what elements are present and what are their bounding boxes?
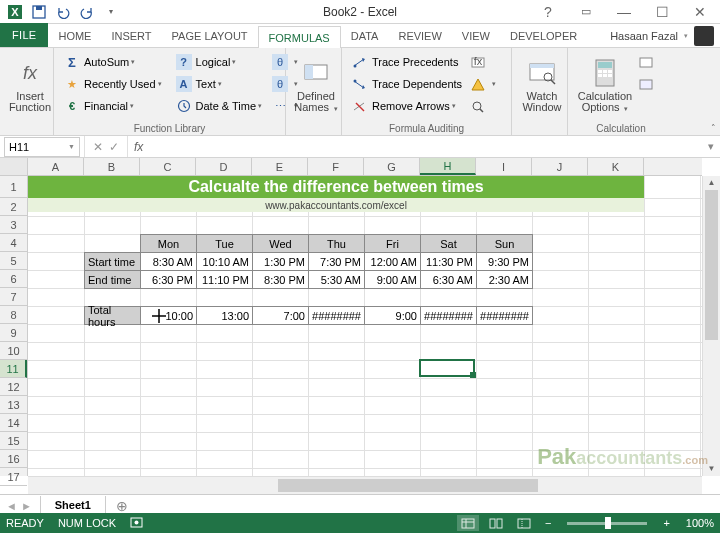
help-icon[interactable]: ?: [534, 3, 562, 21]
formula-bar[interactable]: [143, 136, 702, 157]
row-header[interactable]: 13: [0, 396, 27, 414]
total-cell[interactable]: ########: [420, 306, 477, 325]
undo-icon[interactable]: [52, 2, 74, 22]
column-header[interactable]: J: [532, 158, 588, 175]
row-label-end[interactable]: End time: [84, 270, 141, 289]
trace-dependents-button[interactable]: Trace Dependents: [348, 73, 466, 95]
ribbon-display-icon[interactable]: ▭: [572, 3, 600, 21]
file-tab[interactable]: FILE: [0, 23, 48, 47]
normal-view-icon[interactable]: [457, 515, 479, 531]
row-header[interactable]: 14: [0, 414, 27, 432]
row-header[interactable]: 9: [0, 324, 27, 342]
row-header[interactable]: 2: [0, 198, 27, 216]
insert-function-button[interactable]: fx Insert Function: [6, 51, 54, 117]
watch-window-button[interactable]: Watch Window: [518, 51, 566, 117]
end-cell[interactable]: 2:30 AM: [476, 270, 533, 289]
sheet-next-icon[interactable]: ►: [21, 500, 32, 512]
zoom-slider[interactable]: [567, 522, 647, 525]
end-cell[interactable]: 5:30 AM: [308, 270, 365, 289]
column-header[interactable]: D: [196, 158, 252, 175]
fx-icon[interactable]: fx: [128, 140, 143, 154]
day-header[interactable]: Tue: [196, 234, 253, 253]
row-header[interactable]: 7: [0, 288, 27, 306]
calculate-sheet-button[interactable]: [636, 73, 660, 95]
page-break-view-icon[interactable]: [513, 515, 535, 531]
total-cell[interactable]: 10:00: [140, 306, 197, 325]
start-cell[interactable]: 11:30 PM: [420, 252, 477, 271]
scroll-up-icon[interactable]: ▲: [703, 176, 720, 190]
trace-precedents-button[interactable]: Trace Precedents: [348, 51, 466, 73]
error-checking-button[interactable]: ▾: [468, 73, 498, 95]
row-header[interactable]: 17: [0, 468, 27, 486]
select-all-button[interactable]: [0, 158, 28, 175]
collapse-ribbon-icon[interactable]: ˄: [711, 123, 716, 133]
total-cell[interactable]: 13:00: [196, 306, 253, 325]
row-header[interactable]: 12: [0, 378, 27, 396]
grid[interactable]: Calcualte the difference between timesww…: [28, 176, 702, 476]
day-header[interactable]: Mon: [140, 234, 197, 253]
row-label-total[interactable]: Total hours: [84, 306, 141, 325]
total-cell[interactable]: 9:00: [364, 306, 421, 325]
start-cell[interactable]: 1:30 PM: [252, 252, 309, 271]
column-header[interactable]: B: [84, 158, 140, 175]
expand-formula-bar-icon[interactable]: ▾: [702, 140, 720, 153]
logical-button[interactable]: ?Logical▾: [172, 51, 267, 73]
tab-formulas[interactable]: FORMULAS: [258, 26, 341, 48]
end-cell[interactable]: 8:30 PM: [252, 270, 309, 289]
column-header[interactable]: G: [364, 158, 420, 175]
day-header[interactable]: Sat: [420, 234, 477, 253]
column-header[interactable]: F: [308, 158, 364, 175]
page-layout-view-icon[interactable]: [485, 515, 507, 531]
end-cell[interactable]: 11:10 PM: [196, 270, 253, 289]
enter-formula-icon[interactable]: ✓: [109, 140, 119, 154]
name-box[interactable]: H11▼: [4, 137, 80, 157]
row-header[interactable]: 6: [0, 270, 27, 288]
row-header[interactable]: 10: [0, 342, 27, 360]
zoom-out-icon[interactable]: −: [541, 517, 555, 529]
financial-button[interactable]: €Financial▾: [60, 95, 166, 117]
recently-used-button[interactable]: ★Recently Used▾: [60, 73, 166, 95]
end-cell[interactable]: 6:30 PM: [140, 270, 197, 289]
row-header[interactable]: 15: [0, 432, 27, 450]
qat-customize-icon[interactable]: ▾: [100, 2, 122, 22]
row-label-start[interactable]: Start time: [84, 252, 141, 271]
day-header[interactable]: Fri: [364, 234, 421, 253]
minimize-icon[interactable]: —: [610, 3, 638, 21]
column-header[interactable]: C: [140, 158, 196, 175]
horizontal-scrollbar[interactable]: [28, 476, 702, 494]
cancel-formula-icon[interactable]: ✕: [93, 140, 103, 154]
total-cell[interactable]: ########: [308, 306, 365, 325]
save-icon[interactable]: [28, 2, 50, 22]
hscroll-thumb[interactable]: [278, 479, 538, 492]
row-header[interactable]: 16: [0, 450, 27, 468]
row-header[interactable]: 11: [0, 360, 27, 378]
excel-icon[interactable]: X: [4, 2, 26, 22]
start-cell[interactable]: 8:30 AM: [140, 252, 197, 271]
start-cell[interactable]: 10:10 AM: [196, 252, 253, 271]
row-header[interactable]: 5: [0, 252, 27, 270]
remove-arrows-button[interactable]: Remove Arrows▾: [348, 95, 466, 117]
column-header[interactable]: A: [28, 158, 84, 175]
datetime-button[interactable]: Date & Time▾: [172, 95, 267, 117]
calculate-now-button[interactable]: [636, 51, 660, 73]
total-cell[interactable]: 7:00: [252, 306, 309, 325]
start-cell[interactable]: 9:30 PM: [476, 252, 533, 271]
zoom-in-icon[interactable]: +: [659, 517, 673, 529]
evaluate-formula-button[interactable]: [468, 95, 498, 117]
redo-icon[interactable]: [76, 2, 98, 22]
total-cell[interactable]: ########: [476, 306, 533, 325]
scroll-thumb[interactable]: [705, 190, 718, 340]
sheet-prev-icon[interactable]: ◄: [6, 500, 17, 512]
show-formulas-button[interactable]: fx: [468, 51, 498, 73]
day-header[interactable]: Thu: [308, 234, 365, 253]
autosum-button[interactable]: ΣAutoSum▾: [60, 51, 166, 73]
row-header[interactable]: 3: [0, 216, 27, 234]
calculation-options-button[interactable]: Calculation Options ▾: [574, 51, 636, 117]
macro-record-icon[interactable]: [130, 516, 143, 531]
tab-view[interactable]: VIEW: [452, 25, 500, 47]
end-cell[interactable]: 6:30 AM: [420, 270, 477, 289]
add-sheet-icon[interactable]: ⊕: [112, 498, 132, 514]
text-button[interactable]: AText▾: [172, 73, 267, 95]
tab-data[interactable]: DATA: [341, 25, 389, 47]
user-account[interactable]: Hasaan Fazal ▾: [610, 26, 714, 46]
